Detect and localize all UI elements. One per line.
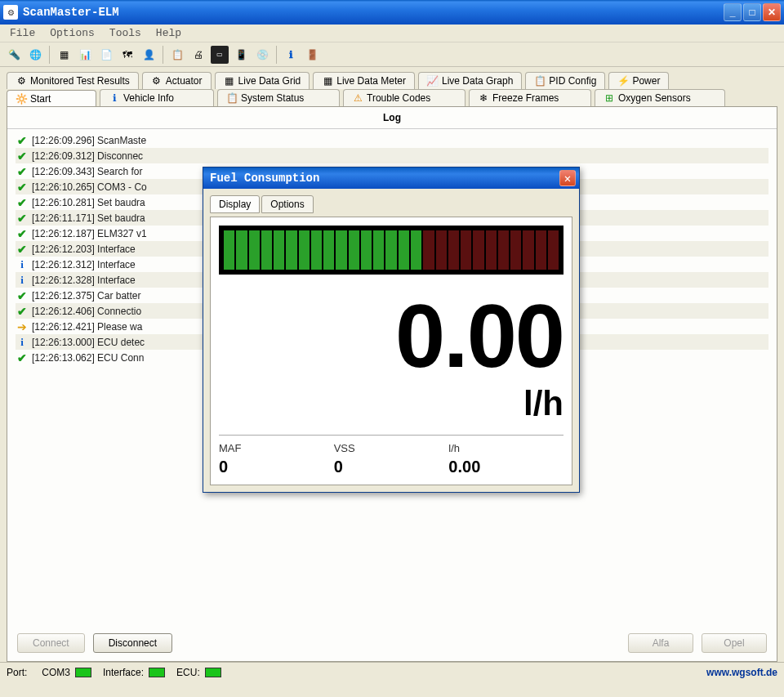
close-button[interactable]: ✕ — [763, 3, 781, 21]
sub-vss: VSS 0 — [334, 442, 449, 476]
gauge-panel: 0.00 l/h MAF 0 VSS 0 l/h 0.00 — [210, 217, 572, 485]
log-text: [12:26:13.000] ECU detec — [32, 337, 145, 348]
tab-start[interactable]: 🔆Start — [7, 90, 96, 107]
gear-icon: ⚙ — [151, 75, 163, 87]
dialog-tabs: Display Options — [210, 195, 572, 213]
tool-chart-icon[interactable]: 📊 — [76, 46, 94, 64]
config-icon: 📋 — [534, 75, 546, 87]
info-icon: ℹ — [109, 92, 120, 104]
sub-vss-label: VSS — [334, 442, 449, 454]
bar-red — [548, 230, 559, 270]
tool-terminal-icon[interactable]: ▭ — [211, 46, 229, 64]
tab-vehicle-info[interactable]: ℹVehicle Info — [100, 89, 214, 106]
start-icon: 🔆 — [16, 93, 27, 105]
alfa-button[interactable]: Alfa — [628, 633, 693, 653]
tool-report-icon[interactable]: 📄 — [97, 46, 115, 64]
log-text: [12:26:13.062] ECU Conn — [32, 352, 144, 364]
check-icon: ✔ — [16, 212, 29, 225]
menu-file[interactable]: File — [3, 25, 42, 41]
sub-lh-value: 0.00 — [448, 458, 564, 476]
tool-flashlight-icon[interactable]: 🔦 — [5, 46, 23, 64]
log-header: Log — [7, 107, 777, 129]
check-icon: ✔ — [16, 227, 29, 240]
dialog-tab-display[interactable]: Display — [210, 195, 260, 213]
minimize-button[interactable]: _ — [724, 3, 742, 21]
tab-power[interactable]: ⚡Power — [608, 72, 669, 89]
status-interface-label: Interface: — [103, 667, 144, 678]
tool-exit-icon[interactable]: 🚪 — [303, 46, 321, 64]
bar-red — [423, 230, 434, 270]
bar-red — [461, 230, 471, 270]
tab-freeze-frames[interactable]: ❄Freeze Frames — [469, 89, 591, 106]
status-port-label: Port: — [7, 667, 27, 678]
disconnect-button[interactable]: Disconnect — [93, 633, 172, 653]
toolbar: 🔦 🌐 ▦ 📊 📄 🗺 👤 📋 🖨 ▭ 📱 💿 ℹ 🚪 — [0, 42, 784, 67]
status-ecu-label: ECU: — [176, 667, 200, 678]
log-row: ✔[12:26:09.312] Disconnec — [16, 148, 768, 163]
tab-trouble-codes[interactable]: ⚠Trouble Codes — [343, 89, 466, 106]
log-row: ✔[12:26:09.296] ScanMaste — [16, 132, 768, 148]
bar-green — [323, 230, 334, 270]
ecu-led-icon — [205, 668, 221, 677]
separator — [163, 46, 163, 64]
tab-pid-config[interactable]: 📋PID Config — [525, 72, 605, 89]
tool-globe-icon[interactable]: 🌐 — [26, 46, 44, 64]
bar-green — [411, 230, 421, 270]
button-row: Connect Disconnect Alfa Opel — [7, 625, 777, 661]
menu-tools[interactable]: Tools — [103, 25, 148, 41]
status-icon: 📋 — [226, 92, 238, 104]
tool-info-icon[interactable]: ℹ — [282, 46, 300, 64]
tab-oxygen-sensors[interactable]: ⊞Oxygen Sensors — [595, 89, 725, 106]
sub-maf: MAF 0 — [219, 442, 334, 476]
tab-row-top: ⚙Monitored Test Results ⚙Actuator ▦Live … — [7, 72, 777, 89]
bar-red — [436, 230, 447, 270]
connect-button[interactable]: Connect — [17, 633, 85, 653]
maximize-button[interactable]: □ — [743, 3, 761, 21]
bar-red — [448, 230, 459, 270]
freeze-icon: ❄ — [478, 92, 489, 104]
tab-live-data-meter[interactable]: ▦Live Data Meter — [313, 72, 415, 89]
info-icon: i — [16, 336, 29, 349]
check-icon: ✔ — [16, 289, 29, 302]
tool-copy-icon[interactable]: 📋 — [168, 46, 186, 64]
log-text: [12:26:12.375] Car batter — [32, 290, 140, 302]
check-icon: ✔ — [16, 165, 29, 178]
sub-vss-value: 0 — [334, 458, 449, 476]
tool-user-icon[interactable]: 👤 — [140, 46, 158, 64]
tab-system-status[interactable]: 📋System Status — [217, 89, 340, 106]
tab-live-data-grid[interactable]: ▦Live Data Grid — [215, 72, 310, 89]
tab-actuator[interactable]: ⚙Actuator — [142, 72, 212, 89]
tab-row-bottom: 🔆Start ℹVehicle Info 📋System Status ⚠Tro… — [7, 89, 777, 106]
bar-green — [286, 230, 296, 270]
menu-bar: File Options Tools Help — [0, 25, 784, 42]
tab-label: Power — [632, 75, 660, 87]
tab-label: Freeze Frames — [492, 92, 559, 104]
tab-label: PID Config — [549, 75, 596, 87]
power-icon: ⚡ — [617, 75, 629, 87]
dialog-close-button[interactable]: ✕ — [559, 170, 576, 186]
tab-live-data-graph[interactable]: 📈Live Data Graph — [418, 72, 522, 89]
graph-icon: 📈 — [427, 75, 439, 87]
opel-button[interactable]: Opel — [702, 633, 767, 653]
app-icon: ⚙ — [3, 5, 18, 20]
dialog-tab-options[interactable]: Options — [261, 195, 313, 213]
status-url[interactable]: www.wgsoft.de — [706, 667, 777, 678]
window-title: ScanMaster-ELM — [23, 6, 724, 19]
tab-label: Trouble Codes — [367, 92, 430, 104]
gear-icon: ⚙ — [16, 75, 27, 87]
tool-disc-icon[interactable]: 💿 — [253, 46, 271, 64]
tab-monitored-test-results[interactable]: ⚙Monitored Test Results — [7, 72, 139, 89]
bar-green — [299, 230, 310, 270]
tool-print-icon[interactable]: 🖨 — [189, 46, 207, 64]
bar-green — [224, 230, 234, 270]
check-icon: ✔ — [16, 243, 29, 256]
menu-options[interactable]: Options — [43, 25, 101, 41]
dialog-titlebar[interactable]: Fuel Consumption ✕ — [203, 168, 579, 189]
tool-grid-icon[interactable]: ▦ — [55, 46, 73, 64]
tab-label: System Status — [241, 92, 304, 104]
tab-label: Actuator — [166, 75, 203, 87]
tab-area: ⚙Monitored Test Results ⚙Actuator ▦Live … — [0, 67, 784, 106]
tool-device-icon[interactable]: 📱 — [232, 46, 250, 64]
menu-help[interactable]: Help — [149, 25, 188, 41]
tool-map-icon[interactable]: 🗺 — [118, 46, 136, 64]
